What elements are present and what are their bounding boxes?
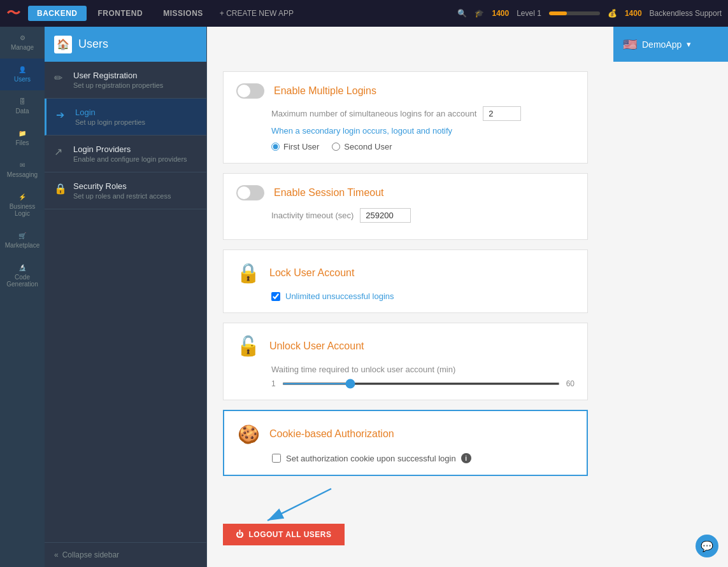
lock-account-header: 🔒 Lock User Account [236, 262, 575, 284]
second-user-label: Second User [344, 142, 392, 151]
messaging-icon: ✉ [20, 162, 25, 169]
unlimited-logins-checkbox[interactable] [271, 292, 280, 301]
code-gen-label: Code Generation [3, 274, 41, 288]
login-subtitle: Set up login properties [75, 118, 197, 126]
sidebar-item-code-generation[interactable]: 🔬 Code Generation [0, 256, 45, 295]
unlock-account-section: 🔓 Unlock User Account Waiting time requi… [223, 323, 588, 400]
sidebar-item-users[interactable]: 👤 Users [0, 59, 45, 90]
login-title: Login [75, 108, 197, 117]
user-registration-subtitle: Set up registration properties [73, 81, 197, 89]
logout-all-users-button[interactable]: ⏻ LOGOUT ALL USERS [223, 524, 345, 545]
messaging-label: Messaging [7, 171, 38, 178]
cookie-auth-header: 🍪 Cookie-based Authorization [237, 423, 574, 445]
nav-item-login[interactable]: ➔ Login Set up login properties [45, 99, 206, 136]
multiple-logins-section: Enable Multiple Logins Maximum number of… [223, 71, 588, 164]
support-button[interactable]: Backendless Support [650, 9, 722, 18]
data-label: Data [15, 108, 29, 115]
multiple-logins-header: Enable Multiple Logins [236, 83, 575, 99]
unlimited-logins-label: Unlimited unsuccessful logins [285, 291, 394, 301]
notify-label: When a secondary login occurs, logout an… [271, 126, 452, 136]
logout-notify-radio-group: First User Second User [271, 142, 575, 151]
login-providers-subtitle: Enable and configure login providers [73, 155, 197, 163]
svg-line-1 [268, 489, 331, 521]
session-timeout-toggle[interactable] [236, 185, 264, 200]
user-registration-title: User Registration [73, 71, 197, 80]
inactivity-input[interactable] [360, 208, 411, 223]
unlock-account-body: Waiting time required to unlock user acc… [236, 365, 575, 388]
cookie-checkbox[interactable] [272, 454, 281, 463]
marketplace-label: Marketplace [5, 242, 39, 249]
multiple-logins-title: Enable Multiple Logins [274, 85, 376, 97]
nav-item-user-registration[interactable]: ✏ User Registration Set up registration … [45, 62, 206, 99]
backend-nav-button[interactable]: BACKEND [28, 6, 87, 21]
first-user-radio[interactable] [271, 143, 280, 151]
info-icon[interactable]: i [461, 453, 471, 463]
unlock-slider[interactable] [282, 382, 560, 385]
security-roles-icon: 🔒 [54, 183, 67, 195]
lock-account-title: Lock User Account [269, 267, 354, 279]
first-user-label: First User [283, 142, 319, 151]
app-bar[interactable]: 🇺🇸 DemoApp ▾ [613, 27, 728, 62]
max-logins-input[interactable] [483, 106, 521, 121]
files-label: Files [15, 139, 29, 146]
chevron-down-icon: ▾ [687, 39, 691, 49]
level-label: Level 1 [517, 9, 541, 18]
unlimited-logins-checkbox-label[interactable]: Unlimited unsuccessful logins [271, 291, 575, 301]
login-providers-title: Login Providers [73, 144, 197, 154]
login-providers-icon: ↗ [54, 146, 67, 158]
missions-nav-button[interactable]: MISSIONS [154, 6, 212, 21]
lock-account-body: Unlimited unsuccessful logins [236, 291, 575, 301]
inactivity-label: Inactivity timeout (sec) [271, 211, 353, 220]
main-content-area: 🇺🇸 DemoApp ▾ Enable Multiple Logins Maxi… [207, 27, 728, 567]
first-user-radio-label[interactable]: First User [271, 142, 319, 151]
icon-sidebar: ⚙ Manage 👤 Users 🗄 Data 📁 Files ✉ Messag… [0, 27, 45, 567]
max-logins-row: Maximum number of simultaneous logins fo… [271, 106, 575, 121]
second-user-radio[interactable] [332, 143, 340, 151]
files-icon: 📁 [18, 130, 26, 137]
lock-account-section: 🔒 Lock User Account Unlimited unsuccessf… [223, 249, 588, 313]
security-roles-subtitle: Set up roles and restrict access [73, 192, 197, 200]
slider-label: Waiting time required to unlock user acc… [271, 365, 575, 374]
cookie-auth-title: Cookie-based Authorization [269, 428, 394, 440]
content-sections: Enable Multiple Logins Maximum number of… [207, 27, 728, 567]
sidebar-item-data[interactable]: 🗄 Data [0, 90, 45, 122]
unlock-icon: 🔓 [236, 335, 260, 357]
cookie-auth-body: Set authorization cookie upon successful… [237, 453, 574, 463]
cookie-checkbox-label-text: Set authorization cookie upon successful… [286, 454, 456, 463]
top-nav-right: 🔍 🎓 1400 Level 1 💰 1400 Backendless Supp… [457, 9, 722, 18]
collapse-icon: « [54, 550, 59, 559]
sidebar-item-files[interactable]: 📁 Files [0, 122, 45, 154]
cookie-icon: 🍪 [237, 423, 260, 445]
second-user-radio-label[interactable]: Second User [332, 142, 392, 151]
collapse-sidebar-button[interactable]: « Collapse sidebar [45, 542, 206, 567]
business-logic-label: Business Logic [3, 203, 41, 217]
app-name: DemoApp [642, 39, 682, 50]
code-gen-icon: 🔬 [18, 264, 26, 271]
marketplace-icon: 🛒 [18, 232, 26, 239]
slider-max-label: 60 [566, 379, 575, 388]
search-icon[interactable]: 🔍 [457, 9, 467, 18]
notify-text: When a secondary login occurs, logout an… [271, 126, 575, 136]
nav-header: 🏠 Users [45, 27, 206, 62]
top-navigation: 〜 BACKEND FRONTEND MISSIONS + CREATE NEW… [0, 0, 728, 27]
frontend-nav-button[interactable]: FRONTEND [89, 6, 152, 21]
cookie-checkbox-label[interactable]: Set authorization cookie upon successful… [272, 453, 574, 463]
sidebar-item-business-logic[interactable]: ⚡ Business Logic [0, 186, 45, 225]
unlock-slider-container: 1 60 [271, 379, 575, 388]
nav-item-login-providers[interactable]: ↗ Login Providers Enable and configure l… [45, 136, 206, 172]
cookie-auth-section: 🍪 Cookie-based Authorization Set authori… [223, 410, 588, 476]
data-icon: 🗄 [19, 98, 25, 105]
create-new-app-button[interactable]: + CREATE NEW APP [220, 9, 294, 18]
sidebar-item-manage[interactable]: ⚙ Manage [0, 27, 45, 59]
sidebar-item-marketplace[interactable]: 🛒 Marketplace [0, 225, 45, 256]
nav-item-security-roles[interactable]: 🔒 Security Roles Set up roles and restri… [45, 172, 206, 209]
session-timeout-body: Inactivity timeout (sec) [236, 208, 575, 223]
multiple-logins-toggle[interactable] [236, 83, 264, 99]
login-icon: ➔ [56, 109, 69, 121]
chat-bubble-button[interactable]: 💬 [696, 535, 718, 557]
logout-icon: ⏻ [236, 530, 244, 539]
sidebar-item-messaging[interactable]: ✉ Messaging [0, 154, 45, 186]
max-logins-label: Maximum number of simultaneous logins fo… [271, 109, 476, 118]
security-roles-title: Security Roles [73, 181, 197, 191]
users-icon: 👤 [18, 66, 26, 73]
